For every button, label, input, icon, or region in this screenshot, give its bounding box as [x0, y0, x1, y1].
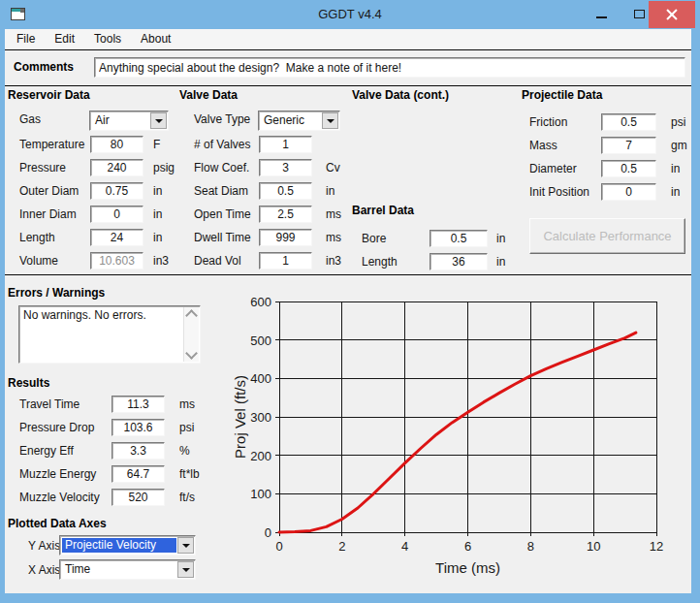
y-axis-dropdown[interactable]: Projectile Velocity [59, 535, 196, 555]
length-unit: in [496, 255, 505, 269]
of-valves-input[interactable] [259, 136, 312, 153]
dwell-time-unit: ms [326, 231, 341, 244]
friction-input[interactable] [601, 113, 656, 131]
comments-input[interactable] [94, 57, 685, 78]
bore-unit: in [496, 232, 505, 245]
temperature-input[interactable] [90, 136, 143, 153]
y-tick-label: 0 [265, 525, 271, 540]
x-axis-selected-value: Time [62, 562, 176, 577]
x-tick-label: 10 [587, 539, 600, 554]
outer-diam-input[interactable] [90, 182, 143, 200]
inner-diam-input[interactable] [90, 206, 143, 223]
energy-eff-field [111, 442, 165, 460]
x-axis-label: X Axis [28, 563, 60, 577]
menu-edit[interactable]: Edit [45, 29, 84, 46]
muzzle-velocity-unit: ft/s [179, 491, 195, 504]
calculate-performance-button[interactable]: Calculate Performance [529, 218, 685, 254]
muzzle-velocity-field [111, 489, 165, 506]
muzzle-velocity-label: Muzzle Velocity [19, 491, 100, 504]
errors-textarea[interactable]: No warnings. No errors. [18, 305, 201, 364]
dropdown-button[interactable] [322, 112, 338, 129]
travel-time-label: Travel Time [19, 397, 80, 411]
chevron-down-icon[interactable] [185, 347, 198, 360]
window-content: FileEditToolsAbout Comments Reservoir Da… [5, 29, 691, 593]
temperature-label: Temperature [19, 138, 84, 151]
errors-title: Errors / Warnings [8, 286, 105, 300]
friction-unit: psi [671, 115, 685, 129]
y-axis-label: Y Axis [28, 539, 60, 553]
title-bar[interactable]: GGDT v4.4 [0, 0, 700, 29]
y-axis-selected-value: Projectile Velocity [62, 538, 176, 553]
mass-label: Mass [529, 139, 557, 152]
seat-diam-unit: in [326, 184, 334, 198]
pressure-input[interactable] [90, 159, 143, 176]
section-title-valve: Valve Data [179, 88, 238, 102]
travel-time-unit: ms [179, 397, 195, 411]
valve-type-label: Valve Type [194, 112, 250, 126]
dropdown-button[interactable] [177, 537, 194, 554]
x-tick-label: 2 [338, 539, 345, 554]
init-position-input[interactable] [601, 183, 656, 201]
section-title-projectile: Projectile Data [522, 88, 602, 102]
bore-input[interactable] [430, 230, 488, 247]
close-button[interactable] [649, 1, 695, 28]
divider [5, 85, 691, 86]
inner-diam-label: Inner Diam [19, 207, 77, 221]
open-time-unit: ms [326, 207, 341, 221]
x-tick-label: 12 [650, 539, 663, 554]
diameter-unit: in [671, 162, 680, 175]
results-title: Results [8, 376, 49, 390]
valve-type-dropdown[interactable]: Generic [258, 111, 340, 131]
of-valves-label: # of Valves [194, 138, 250, 151]
valve-type-selected-value: Generic [261, 113, 321, 128]
y-axis-title: Proj Vel (ft/s) [233, 375, 248, 459]
x-tick-label: 4 [401, 539, 408, 554]
mass-input[interactable] [601, 137, 656, 154]
outer-diam-label: Outer Diam [19, 184, 79, 198]
dropdown-button[interactable] [177, 561, 194, 578]
divider [5, 49, 691, 50]
maximize-icon [634, 10, 645, 18]
flow-coef-label: Flow Coef. [194, 161, 249, 175]
pressure-unit: psig [153, 161, 175, 175]
diameter-input[interactable] [601, 160, 656, 177]
muzzle-energy-field [111, 465, 165, 483]
open-time-input[interactable] [259, 206, 312, 223]
divider [5, 274, 691, 275]
diameter-label: Diameter [529, 162, 577, 175]
length-input[interactable] [430, 253, 488, 270]
length-input[interactable] [90, 229, 143, 246]
menu-bar: FileEditToolsAbout [5, 29, 691, 49]
energy-eff-label: Energy Eff [19, 444, 74, 458]
chevron-up-icon[interactable] [185, 309, 198, 322]
init-position-label: Init Position [529, 185, 589, 199]
x-axis-dropdown[interactable]: Time [59, 559, 196, 580]
length-label: Length [19, 231, 55, 244]
errors-text: No warnings. No errors. [23, 308, 180, 322]
gas-dropdown[interactable]: Air [89, 111, 169, 131]
section-title-reservoir: Reservoir Data [8, 88, 90, 102]
x-axis-title: Time (ms) [435, 559, 500, 576]
minimize-button[interactable] [586, 0, 617, 28]
section-title-barrel: Barrel Data [352, 204, 414, 217]
volume-unit: in3 [153, 254, 169, 268]
energy-eff-unit: % [179, 444, 190, 458]
dead-vol-input[interactable] [259, 252, 312, 270]
dropdown-button[interactable] [150, 112, 167, 129]
app-window: GGDT v4.4 FileEditToolsAbout Comments Re… [0, 0, 700, 603]
x-tick-label: 8 [527, 539, 534, 554]
temperature-unit: F [153, 138, 160, 151]
menu-file[interactable]: File [7, 29, 45, 46]
errors-scrollbar[interactable] [183, 307, 199, 362]
x-tick-label: 0 [275, 539, 282, 554]
velocity-curve [279, 333, 636, 532]
dwell-time-input[interactable] [259, 229, 312, 246]
y-tick-label: 200 [250, 449, 271, 463]
flow-coef-input[interactable] [259, 159, 312, 176]
flow-coef-unit: Cv [326, 161, 340, 175]
chevron-down-icon [182, 568, 190, 572]
menu-tools[interactable]: Tools [84, 29, 131, 46]
menu-about[interactable]: About [131, 29, 180, 46]
minimize-icon [596, 16, 607, 18]
seat-diam-input[interactable] [259, 182, 312, 200]
